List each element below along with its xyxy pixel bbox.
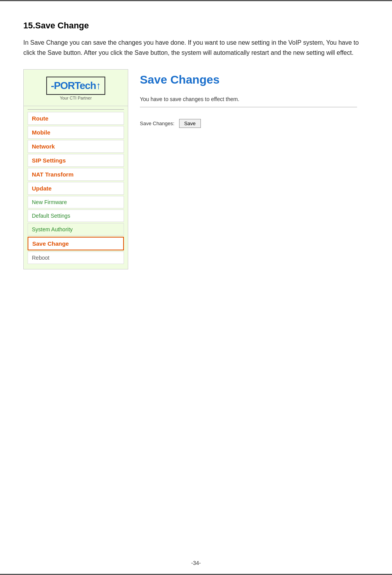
sidebar-item-nat-transform[interactable]: NAT Transform (28, 168, 124, 181)
sidebar-item-mobile[interactable]: Mobile (28, 126, 124, 139)
content-divider (140, 107, 357, 107)
sidebar-item-network[interactable]: Network (28, 140, 124, 153)
sidebar-item-system-authority[interactable]: System Authority (28, 223, 124, 236)
sidebar-divider (28, 109, 124, 110)
save-changes-label: Save Changes: (140, 121, 174, 126)
sidebar-item-sip-settings[interactable]: SIP Settings (28, 154, 124, 167)
save-button[interactable]: Save (179, 119, 201, 128)
page-footer: -34- (0, 560, 392, 566)
logo-box: -PORTech↑ (46, 77, 105, 95)
sidebar-item-default-settings[interactable]: Default Settings (28, 210, 124, 222)
sidebar-item-route[interactable]: Route (28, 112, 124, 125)
sidebar-item-new-firmware[interactable]: New Firmware (28, 196, 124, 208)
logo-subtitle: Your CTI Partner (46, 96, 105, 100)
sidebar-item-save-change[interactable]: Save Change (28, 237, 124, 250)
logo-brand: -PORTech↑ (51, 80, 101, 92)
sidebar-logo: -PORTech↑ Your CTI Partner (24, 70, 128, 106)
main-area: -PORTech↑ Your CTI Partner Route Mobile … (23, 69, 369, 269)
sidebar-item-update[interactable]: Update (28, 182, 124, 195)
content-subtitle: You have to save changes to effect them. (140, 96, 357, 102)
sidebar: -PORTech↑ Your CTI Partner Route Mobile … (23, 69, 128, 269)
save-row: Save Changes: Save (140, 119, 357, 128)
main-content: Save Changes You have to save changes to… (128, 69, 369, 140)
page-title: 15.Save Change (23, 21, 369, 31)
intro-text: In Save Change you can save the changes … (23, 38, 369, 58)
content-title: Save Changes (140, 73, 357, 86)
sidebar-item-reboot[interactable]: Reboot (28, 252, 124, 264)
